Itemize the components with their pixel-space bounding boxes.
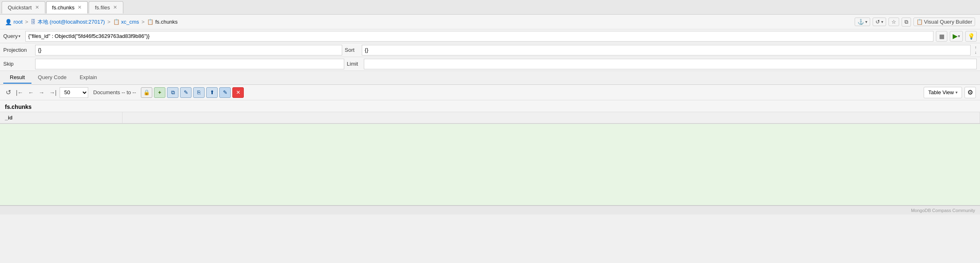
- vqb-label: Visual Query Builder: [924, 19, 972, 25]
- skip-input[interactable]: [35, 59, 344, 69]
- clone-document-button[interactable]: ⎘: [193, 87, 205, 98]
- star-button[interactable]: ☆: [889, 18, 899, 26]
- last-page-button[interactable]: →|: [48, 88, 58, 97]
- export-document-icon: ⬆: [210, 89, 214, 95]
- hint-button[interactable]: 💡: [965, 31, 977, 42]
- sort-label: Sort: [345, 47, 359, 53]
- query-dropdown-arrow[interactable]: ▾: [18, 34, 20, 38]
- export-document-button[interactable]: ⬆: [206, 87, 218, 98]
- anchor-icon: ⚓: [858, 19, 864, 25]
- refresh-icon: ↺: [875, 19, 880, 25]
- refresh-button[interactable]: ↺ ▾: [873, 18, 886, 26]
- tab-query-code[interactable]: Query Code: [31, 72, 73, 84]
- filter-icon-button[interactable]: ▦: [936, 31, 947, 42]
- table-view-label: Table View: [928, 89, 954, 95]
- col-header-value: [122, 112, 980, 123]
- table-view-button[interactable]: Table View ▾: [924, 87, 962, 98]
- tab-explain[interactable]: Explain: [73, 72, 104, 84]
- projection-label: Projection: [3, 47, 33, 53]
- lock-icon: 🔒: [143, 89, 150, 95]
- results-right: Table View ▾ ⚙: [924, 87, 976, 98]
- tab-quickstart[interactable]: Quickstart ✕: [2, 1, 45, 13]
- sort-down-arrow[interactable]: ↓: [975, 50, 977, 55]
- edit2-document-button[interactable]: ✎: [219, 87, 231, 98]
- first-page-icon: |←: [16, 89, 23, 96]
- tab-fs-chunks-label: fs.chunks: [52, 4, 75, 11]
- sort-arrows: ↑ ↓: [975, 45, 977, 55]
- tab-fs-files[interactable]: fs.files ✕: [89, 1, 123, 13]
- tab-quickstart-close[interactable]: ✕: [35, 5, 39, 10]
- tab-fs-files-label: fs.files: [95, 4, 110, 11]
- last-page-icon: →|: [49, 89, 57, 96]
- breadcrumb: 👤 root > 🗄 本地 (root@localhost:27017) > 📋…: [5, 18, 178, 26]
- collection-icon-2: 📋: [147, 19, 154, 25]
- first-page-button[interactable]: |←: [14, 88, 25, 97]
- skip-row: Skip Limit: [0, 57, 980, 71]
- page-size-select[interactable]: 50 10 20 100 250: [60, 87, 88, 98]
- db-icon: 🗄: [31, 19, 36, 25]
- collection-name: fs.chunks: [5, 104, 31, 110]
- clone-document-icon: ⎘: [197, 89, 200, 95]
- refresh-results-button[interactable]: ↺: [4, 88, 13, 97]
- tab-fs-chunks-close[interactable]: ✕: [78, 5, 82, 10]
- tab-fs-chunks[interactable]: fs.chunks ✕: [46, 1, 88, 13]
- run-dropdown-arrow: ▾: [958, 34, 960, 38]
- settings-button[interactable]: ⚙: [964, 87, 976, 98]
- tab-fs-files-close[interactable]: ✕: [113, 5, 117, 10]
- col-header-id: _id: [0, 112, 122, 123]
- lock-button[interactable]: 🔒: [141, 87, 152, 98]
- query-row: Query ▾ ▦ ▶ ▾ 💡: [0, 29, 980, 43]
- run-button[interactable]: ▶ ▾: [950, 31, 963, 42]
- star-icon: ☆: [891, 19, 896, 25]
- sort-input[interactable]: [362, 45, 971, 55]
- breadcrumb-sep-1: >: [25, 19, 28, 25]
- table-area: _id: [0, 112, 980, 124]
- query-input[interactable]: [25, 31, 933, 42]
- next-page-button[interactable]: →: [37, 88, 46, 97]
- status-bar: MongoDB Compass Community: [0, 206, 980, 214]
- delete-document-button[interactable]: ✕: [232, 87, 244, 98]
- tab-bar: Quickstart ✕ fs.chunks ✕ fs.files ✕: [0, 0, 980, 15]
- breadcrumb-host[interactable]: 本地 (root@localhost:27017): [38, 18, 105, 26]
- table-header-row: _id: [0, 112, 980, 124]
- table-view-arrow: ▾: [956, 90, 958, 95]
- limit-label: Limit: [347, 61, 361, 67]
- query-label: Query ▾: [3, 33, 23, 39]
- breadcrumb-database[interactable]: xc_cms: [121, 19, 139, 25]
- copy-icon: ⧉: [904, 19, 908, 25]
- breadcrumb-collection: fs.chunks: [155, 19, 178, 25]
- add-document-button[interactable]: +: [154, 87, 165, 98]
- prev-page-button[interactable]: ←: [27, 88, 36, 97]
- edit2-document-icon: ✎: [223, 89, 227, 95]
- edit-document-button[interactable]: ✎: [180, 87, 192, 98]
- breadcrumb-sep-2: >: [107, 19, 111, 25]
- skip-label: Skip: [3, 61, 33, 67]
- breadcrumb-bar: 👤 root > 🗄 本地 (root@localhost:27017) > 📋…: [0, 15, 980, 29]
- refresh-arrow: ▾: [881, 20, 883, 24]
- run-icon: ▶: [953, 32, 958, 40]
- filter-icon: ▦: [939, 33, 944, 40]
- projection-row: Projection Sort ↑ ↓: [0, 43, 980, 57]
- vqb-button[interactable]: 📋 Visual Query Builder: [913, 18, 975, 26]
- gear-icon: ⚙: [967, 88, 973, 96]
- anchor-arrow: ▾: [865, 20, 867, 24]
- breadcrumb-actions: ⚓ ▾ ↺ ▾ ☆ ⧉ 📋 Visual Query Builder: [855, 18, 975, 27]
- limit-input[interactable]: [364, 59, 977, 69]
- refresh-results-icon: ↺: [6, 89, 11, 96]
- hint-icon: 💡: [968, 33, 975, 40]
- results-toolbar: ↺ |← ← → →| 50 10 20 100 250 Documents -…: [0, 85, 980, 100]
- add-document-icon: +: [158, 89, 161, 95]
- edit-document-icon: ✎: [184, 89, 188, 95]
- collection-icon-1: 📋: [113, 19, 120, 25]
- copy-button[interactable]: ⧉: [902, 18, 911, 27]
- projection-input[interactable]: [35, 45, 342, 55]
- sort-up-arrow[interactable]: ↑: [975, 45, 977, 50]
- delete-document-icon: ✕: [236, 89, 241, 95]
- breadcrumb-root[interactable]: root: [13, 19, 22, 25]
- copy-document-button[interactable]: ⧉: [167, 87, 178, 98]
- next-page-icon: →: [39, 89, 45, 96]
- vqb-icon: 📋: [916, 19, 923, 25]
- anchor-button[interactable]: ⚓ ▾: [855, 18, 870, 26]
- tab-result[interactable]: Result: [3, 72, 31, 84]
- breadcrumb-sep-3: >: [142, 19, 145, 25]
